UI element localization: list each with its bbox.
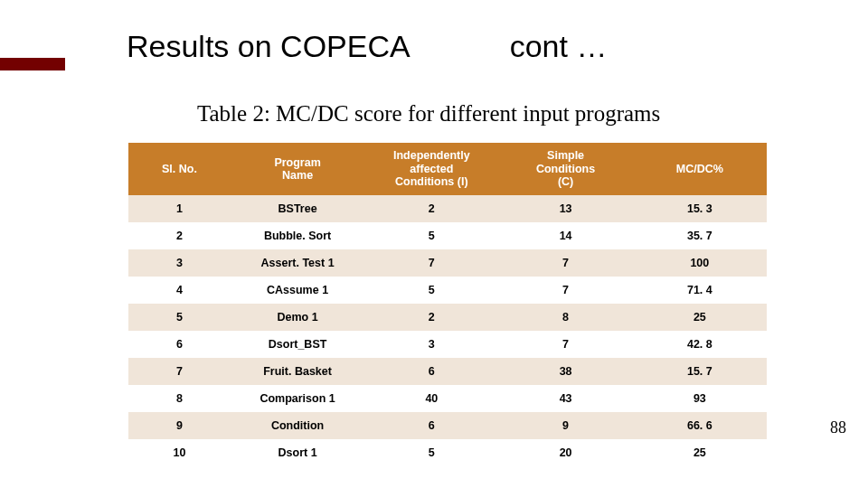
cell-sl: 4 xyxy=(128,277,231,304)
cell-i: 2 xyxy=(364,195,498,222)
table-row: 5Demo 12825 xyxy=(128,304,767,331)
cell-m: 35. 7 xyxy=(633,222,767,249)
cell-i: 6 xyxy=(364,412,498,439)
slide-title: Results on COPECA cont … xyxy=(127,29,832,64)
accent-bar xyxy=(0,58,65,70)
header-mcdc: MC/DC% xyxy=(633,143,767,195)
cell-c: 7 xyxy=(498,331,632,358)
cell-i: 40 xyxy=(364,385,498,412)
cell-sl: 1 xyxy=(128,195,231,222)
cell-sl: 3 xyxy=(128,249,231,277)
table-row: 7Fruit. Basket63815. 7 xyxy=(128,358,767,385)
cell-i: 2 xyxy=(364,304,498,331)
cell-sl: 9 xyxy=(128,412,231,439)
cell-i: 7 xyxy=(364,249,498,277)
cell-name: Bubble. Sort xyxy=(231,222,364,249)
cell-m: 15. 7 xyxy=(633,358,767,385)
cell-m: 15. 3 xyxy=(633,195,767,222)
cell-name: Assert. Test 1 xyxy=(231,249,364,277)
cell-c: 14 xyxy=(498,222,632,249)
table-row: 9Condition6966. 6 xyxy=(128,412,767,439)
cell-c: 9 xyxy=(498,412,632,439)
cell-m: 25 xyxy=(633,304,767,331)
cell-m: 66. 6 xyxy=(633,412,767,439)
cell-sl: 2 xyxy=(128,222,231,249)
cell-sl: 8 xyxy=(128,385,231,412)
cell-m: 42. 8 xyxy=(633,331,767,358)
table-header-row: Sl. No. ProgramName Independentlyaffecte… xyxy=(128,143,767,195)
header-i: IndependentlyaffectedConditions (I) xyxy=(364,143,498,195)
cell-c: 7 xyxy=(498,277,632,304)
table-body: 1BSTree21315. 3 2Bubble. Sort51435. 7 3A… xyxy=(128,195,767,466)
cell-name: Fruit. Basket xyxy=(231,358,364,385)
data-table: Sl. No. ProgramName Independentlyaffecte… xyxy=(128,143,767,466)
title-right: cont … xyxy=(510,29,608,64)
table-wrap: Sl. No. ProgramName Independentlyaffecte… xyxy=(128,143,767,466)
cell-c: 8 xyxy=(498,304,632,331)
cell-name: CAssume 1 xyxy=(231,277,364,304)
cell-name: Dsort 1 xyxy=(231,439,364,466)
cell-name: Condition xyxy=(231,412,364,439)
cell-i: 3 xyxy=(364,331,498,358)
cell-name: Dsort_BST xyxy=(231,331,364,358)
table-row: 1BSTree21315. 3 xyxy=(128,195,767,222)
cell-name: BSTree xyxy=(231,195,364,222)
cell-sl: 6 xyxy=(128,331,231,358)
cell-c: 43 xyxy=(498,385,632,412)
cell-i: 5 xyxy=(364,277,498,304)
cell-c: 20 xyxy=(498,439,632,466)
table-row: 10Dsort 152025 xyxy=(128,439,767,466)
table-row: 2Bubble. Sort51435. 7 xyxy=(128,222,767,249)
cell-m: 71. 4 xyxy=(633,277,767,304)
cell-i: 6 xyxy=(364,358,498,385)
table-row: 3Assert. Test 177100 xyxy=(128,249,767,277)
cell-i: 5 xyxy=(364,222,498,249)
page-number: 88 xyxy=(830,418,846,437)
title-left: Results on COPECA xyxy=(127,29,410,64)
table-row: 4CAssume 15771. 4 xyxy=(128,277,767,304)
header-slno: Sl. No. xyxy=(128,143,231,195)
cell-sl: 5 xyxy=(128,304,231,331)
cell-m: 93 xyxy=(633,385,767,412)
header-c: SimpleConditions(C) xyxy=(498,143,632,195)
header-name: ProgramName xyxy=(231,143,364,195)
cell-c: 38 xyxy=(498,358,632,385)
cell-sl: 7 xyxy=(128,358,231,385)
cell-c: 13 xyxy=(498,195,632,222)
slide: Results on COPECA cont … Table 2: MC/DC … xyxy=(0,0,868,488)
cell-i: 5 xyxy=(364,439,498,466)
table-row: 8Comparison 1404393 xyxy=(128,385,767,412)
cell-name: Comparison 1 xyxy=(231,385,364,412)
cell-m: 25 xyxy=(633,439,767,466)
table-row: 6Dsort_BST3742. 8 xyxy=(128,331,767,358)
cell-c: 7 xyxy=(498,249,632,277)
cell-sl: 10 xyxy=(128,439,231,466)
table-caption: Table 2: MC/DC score for different input… xyxy=(197,101,660,127)
cell-m: 100 xyxy=(633,249,767,277)
cell-name: Demo 1 xyxy=(231,304,364,331)
